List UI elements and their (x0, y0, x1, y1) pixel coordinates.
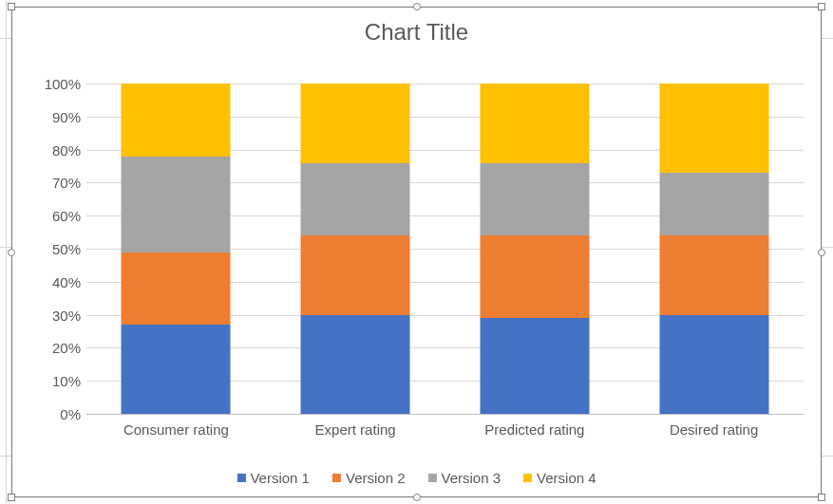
bar-segment[interactable] (480, 318, 589, 414)
bar-segment[interactable] (122, 325, 231, 414)
resize-handle-n[interactable] (413, 3, 421, 10)
y-tick-label: 0% (22, 406, 81, 422)
resize-handle-e[interactable] (818, 249, 825, 256)
bar-segment[interactable] (659, 84, 768, 173)
resize-handle-sw[interactable] (8, 494, 15, 501)
bar-segment[interactable] (659, 235, 768, 315)
bar-segment[interactable] (122, 84, 231, 157)
legend-swatch (237, 474, 245, 482)
legend-label: Version 4 (537, 470, 596, 486)
y-tick-label: 90% (22, 108, 81, 124)
legend-swatch (332, 474, 341, 482)
bar-segment[interactable] (480, 235, 589, 318)
y-tick-label: 80% (22, 141, 81, 158)
resize-handle-ne[interactable] (818, 3, 825, 10)
x-axis-line (86, 414, 804, 415)
bar-segment[interactable] (301, 84, 410, 163)
legend-label: Version 1 (250, 470, 310, 486)
bar-segment[interactable] (659, 315, 768, 414)
legend-label: Version 2 (346, 470, 406, 486)
bar-segment[interactable] (480, 84, 589, 163)
workspace: Chart Title Consumer ratingExpert rating… (0, 0, 833, 504)
bar-segment[interactable] (122, 252, 231, 326)
bar-segment[interactable] (122, 157, 231, 252)
columns: Consumer ratingExpert ratingPredicted ra… (86, 84, 804, 414)
chart-title[interactable]: Chart Title (12, 19, 821, 46)
legend-item[interactable]: Version 3 (428, 470, 502, 486)
legend-item[interactable]: Version 2 (332, 470, 406, 486)
bar-segment[interactable] (301, 315, 410, 414)
y-tick-label: 50% (22, 241, 81, 257)
legend-label: Version 3 (442, 470, 502, 486)
chart-area[interactable]: Chart Title Consumer ratingExpert rating… (12, 8, 821, 496)
bar-segment[interactable] (301, 235, 410, 315)
category-slot: Predicted rating (445, 84, 625, 414)
bar-segment[interactable] (659, 173, 768, 235)
y-tick-label: 20% (22, 340, 81, 356)
legend-item[interactable]: Version 4 (523, 470, 596, 486)
category-slot: Consumer rating (86, 84, 266, 414)
resize-handle-se[interactable] (818, 494, 825, 501)
legend-swatch (523, 474, 532, 482)
resize-handle-s[interactable] (413, 494, 421, 501)
y-tick-label: 40% (22, 273, 81, 289)
plot-area[interactable]: Consumer ratingExpert ratingPredicted ra… (86, 84, 804, 414)
resize-handle-w[interactable] (8, 249, 15, 256)
x-category-label: Expert rating (315, 421, 396, 438)
stacked-bar[interactable] (122, 84, 231, 414)
stacked-bar[interactable] (480, 84, 589, 414)
stacked-bar[interactable] (659, 84, 768, 414)
x-category-label: Consumer rating (123, 421, 229, 438)
x-category-label: Predicted rating (484, 421, 584, 438)
category-slot: Desired rating (624, 84, 804, 414)
bar-segment[interactable] (301, 163, 410, 236)
legend[interactable]: Version 1Version 2Version 3Version 4 (237, 470, 596, 486)
y-tick-label: 10% (22, 373, 81, 389)
y-tick-label: 70% (22, 175, 81, 191)
y-tick-label: 60% (22, 208, 81, 224)
legend-swatch (428, 474, 437, 482)
legend-item[interactable]: Version 1 (237, 470, 310, 486)
x-category-label: Desired rating (670, 421, 758, 438)
stacked-bar[interactable] (301, 84, 410, 414)
bar-segment[interactable] (480, 163, 589, 236)
chart-object[interactable]: Chart Title Consumer ratingExpert rating… (11, 7, 822, 497)
y-tick-label: 100% (22, 76, 81, 92)
resize-handle-nw[interactable] (8, 3, 15, 10)
y-tick-label: 30% (22, 307, 81, 323)
category-slot: Expert rating (266, 84, 445, 414)
